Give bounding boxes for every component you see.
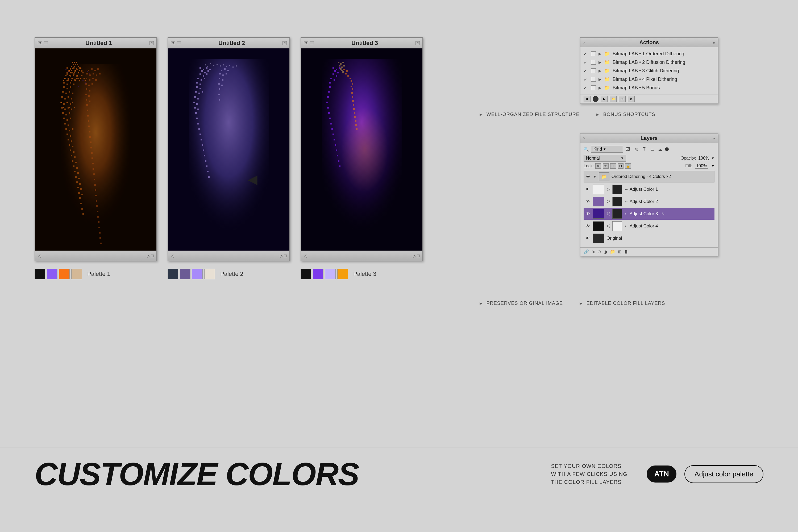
action-checkbox-5[interactable] bbox=[591, 86, 596, 90]
layer4-mask bbox=[612, 221, 622, 231]
info-item-editable: ► EDITABLE COLOR FILL LAYERS bbox=[579, 301, 665, 306]
svg-rect-115 bbox=[76, 167, 78, 169]
layers-fx-btn[interactable]: fx bbox=[592, 249, 595, 254]
info-label-2: BONUS SHORTCUTS bbox=[603, 112, 656, 117]
action-checkbox-2[interactable] bbox=[591, 60, 596, 65]
svg-rect-132 bbox=[94, 70, 96, 71]
win-close-3[interactable]: □ bbox=[304, 41, 308, 45]
layer-row-1[interactable]: 👁 ⛓ ← Adjust Color 1 bbox=[584, 184, 715, 195]
filter-shape-icon[interactable]: ▭ bbox=[649, 146, 656, 152]
layers-delete-btn[interactable]: 🗑 bbox=[624, 249, 628, 254]
footer-left-arrow-2[interactable]: ◁ bbox=[171, 253, 174, 258]
toolbar-delete-btn[interactable]: 🗑 bbox=[628, 96, 635, 102]
win-min-1[interactable] bbox=[44, 41, 48, 45]
layer1-mask bbox=[612, 185, 622, 194]
toolbar-new-btn[interactable]: ⊞ bbox=[619, 96, 626, 102]
svg-rect-288 bbox=[352, 88, 353, 90]
layer-row-3[interactable]: 👁 ⛓ ← Adjust Color 3 ↖ bbox=[584, 208, 715, 220]
lock-move-btn[interactable]: ✛ bbox=[610, 163, 616, 169]
toolbar-stop-btn[interactable]: ■ bbox=[584, 96, 590, 102]
layer2-eye-icon[interactable]: 👁 bbox=[585, 199, 590, 204]
win-close-2[interactable]: □ bbox=[171, 41, 175, 45]
svg-rect-141 bbox=[92, 78, 94, 79]
action-checkbox-4[interactable] bbox=[591, 77, 596, 82]
svg-rect-59 bbox=[66, 73, 68, 75]
group-eye-icon[interactable]: 👁 bbox=[586, 174, 591, 179]
layers-folder-btn[interactable]: 📁 bbox=[610, 249, 615, 254]
group-expand-arrow[interactable]: ▼ bbox=[593, 174, 597, 179]
svg-rect-218 bbox=[200, 134, 201, 135]
actions-panel-titlebar: × Actions » bbox=[581, 38, 718, 48]
toolbar-folder-btn[interactable]: 📁 bbox=[610, 96, 616, 102]
lock-all-btn[interactable]: 🔒 bbox=[625, 163, 631, 169]
filter-adjust-icon[interactable]: ◎ bbox=[633, 146, 640, 152]
svg-rect-204 bbox=[200, 88, 201, 89]
action-row-1[interactable]: ✓ ▶ 📁 Bitmap LAB • 1 Ordered Dithering bbox=[581, 50, 718, 58]
kind-label: Kind bbox=[593, 147, 602, 152]
layer-row-4[interactable]: 👁 ⛓ ← Adjust Color 4 bbox=[584, 220, 715, 232]
svg-rect-134 bbox=[86, 73, 88, 75]
blend-mode-select[interactable]: Normal ▼ bbox=[584, 155, 626, 162]
svg-rect-269 bbox=[328, 112, 330, 114]
toolbar-play-btn[interactable]: ▶ bbox=[601, 96, 608, 102]
win-min-3[interactable] bbox=[310, 41, 314, 45]
svg-rect-286 bbox=[352, 83, 353, 84]
svg-rect-262 bbox=[334, 79, 335, 81]
layer1-eye-icon[interactable]: 👁 bbox=[585, 187, 590, 192]
adjust-palette-button[interactable]: Adjust color palette bbox=[684, 465, 763, 483]
fill-value[interactable]: 100% bbox=[695, 164, 708, 169]
action-row-3[interactable]: ✓ ▶ 📁 Bitmap LAB • 3 Glitch Dithering bbox=[581, 66, 718, 75]
kind-select[interactable]: Kind ▼ bbox=[591, 146, 623, 153]
layers-expand-btn[interactable]: » bbox=[713, 136, 715, 140]
win-close-1[interactable]: □ bbox=[38, 41, 42, 45]
toolbar-record-btn[interactable] bbox=[593, 96, 598, 102]
footer-right-arrow-3[interactable]: ▷ □ bbox=[413, 253, 420, 258]
layer-row-original[interactable]: 👁 Original bbox=[584, 232, 715, 244]
lock-paint-btn[interactable]: ✏ bbox=[603, 163, 609, 169]
info-arrow-1: ► bbox=[479, 112, 483, 117]
layer3-name: ← Adjust Color 3 bbox=[624, 211, 658, 216]
action-row-5[interactable]: ✓ ▶ 📁 Bitmap LAB • 5 Bonus bbox=[581, 83, 718, 92]
filter-image-icon[interactable]: 🖼 bbox=[625, 146, 631, 152]
win-max-1[interactable]: □ bbox=[150, 41, 154, 45]
lock-pixel-btn[interactable]: ⊠ bbox=[595, 163, 601, 169]
svg-rect-268 bbox=[327, 107, 329, 109]
svg-rect-97 bbox=[64, 123, 66, 125]
opacity-value[interactable]: 100% bbox=[697, 156, 710, 161]
action-checkbox-3[interactable] bbox=[591, 68, 596, 73]
layers-adjust-btn[interactable]: ◑ bbox=[604, 249, 607, 254]
win-max-3[interactable]: □ bbox=[416, 41, 420, 45]
action-checkbox-1[interactable] bbox=[591, 51, 596, 56]
footer-left-arrow-1[interactable]: ◁ bbox=[38, 253, 41, 258]
svg-rect-147 bbox=[89, 90, 91, 92]
group-name: Ordered Dithering - 4 Colors ×2 bbox=[611, 174, 671, 179]
layer-row-2[interactable]: 👁 ⛓ ← Adjust Color 2 bbox=[584, 196, 715, 208]
actions-close-btn[interactable]: × bbox=[583, 40, 585, 45]
palette-label-1: Palette 1 bbox=[87, 270, 110, 278]
svg-rect-181 bbox=[87, 71, 88, 72]
lock-artboard-btn[interactable]: ⊡ bbox=[618, 163, 624, 169]
layers-mask-btn[interactable]: ⊙ bbox=[597, 249, 601, 254]
footer-right-arrow-1[interactable]: ▷ □ bbox=[147, 253, 154, 258]
svg-rect-75 bbox=[62, 91, 64, 93]
canvas-footer-3: ◁ ▷ □ bbox=[301, 251, 422, 261]
svg-rect-120 bbox=[76, 182, 78, 183]
layers-new-btn[interactable]: ⊞ bbox=[618, 249, 621, 254]
actions-expand-btn[interactable]: » bbox=[713, 40, 715, 45]
filter-text-icon[interactable]: T bbox=[641, 146, 647, 152]
footer-left-arrow-3[interactable]: ◁ bbox=[304, 253, 307, 258]
palette-label-2: Palette 2 bbox=[220, 270, 243, 278]
layer4-eye-icon[interactable]: 👁 bbox=[585, 224, 590, 228]
win-min-2[interactable] bbox=[177, 41, 181, 45]
original-eye-icon[interactable]: 👁 bbox=[585, 236, 590, 241]
filter-smart-icon[interactable]: ☁ bbox=[657, 146, 663, 152]
footer-right-arrow-2[interactable]: ▷ □ bbox=[280, 253, 287, 258]
action-row-4[interactable]: ✓ ▶ 📁 Bitmap LAB • 4 Pixel Dithering bbox=[581, 75, 718, 83]
action-folder-5: 📁 bbox=[604, 85, 610, 91]
layers-link-btn[interactable]: 🔗 bbox=[584, 249, 589, 254]
layers-filter-row: 🔍 Kind ▼ 🖼 ◎ T ▭ ☁ bbox=[584, 146, 715, 153]
layers-close-btn[interactable]: × bbox=[583, 136, 585, 140]
layer3-eye-icon[interactable]: 👁 bbox=[585, 211, 590, 216]
action-row-2[interactable]: ✓ ▶ 📁 Bitmap LAB • 2 Diffusion Dithering bbox=[581, 58, 718, 66]
win-max-2[interactable]: □ bbox=[283, 41, 287, 45]
